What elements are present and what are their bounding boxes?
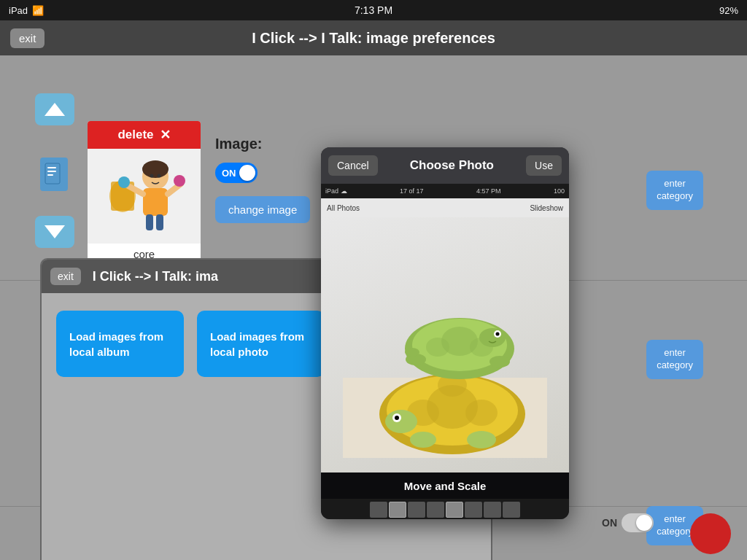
change-image-button[interactable]: change image (215, 196, 310, 223)
mini-toolbar-right[interactable]: Slideshow (530, 204, 563, 212)
svg-rect-14 (156, 214, 163, 230)
svg-point-39 (496, 332, 500, 336)
status-bar-left: iPad 📶 (9, 5, 44, 16)
wifi-icon: 📶 (32, 5, 44, 16)
svg-point-18 (118, 176, 130, 188)
mini-count: 17 of 17 (400, 187, 424, 195)
mini-toolbar-left[interactable]: All Photos (327, 204, 360, 212)
turtle-photo-display (321, 217, 569, 472)
file-icon (40, 158, 68, 191)
main-area: delete ✕ (0, 55, 747, 560)
image-section-label: Image: (215, 136, 310, 152)
main-toggle-label: ON (602, 517, 617, 529)
inner-exit-button[interactable]: exit (50, 268, 81, 285)
move-scale-bar: Move and Scale (321, 472, 569, 499)
exit-button[interactable]: exit (10, 28, 44, 48)
svg-point-30 (467, 431, 496, 448)
strip-thumb-5[interactable] (446, 502, 463, 518)
main-on-toggle: ON (602, 513, 654, 532)
image-card: delete ✕ (88, 121, 201, 265)
svg-point-29 (395, 416, 399, 420)
photo-modal-title: Choose Photo (410, 158, 494, 173)
title-bar: exit I Click --> I Talk: image preferenc… (0, 20, 747, 55)
svg-marker-0 (44, 103, 65, 116)
card-image (88, 149, 201, 244)
image-toggle[interactable]: ON (215, 163, 258, 183)
svg-point-25 (465, 400, 498, 426)
svg-point-35 (426, 338, 449, 357)
photo-cancel-button[interactable]: Cancel (328, 155, 378, 176)
strip-thumb-8[interactable] (503, 502, 520, 518)
load-local-photo-button[interactable]: Load images from local photo (197, 311, 325, 377)
svg-point-9 (142, 160, 169, 178)
image-toggle-row: ON (215, 163, 310, 183)
svg-rect-10 (143, 188, 168, 216)
red-circle-button[interactable] (690, 513, 731, 554)
move-scale-label: Move and Scale (404, 480, 487, 492)
strip-thumb-4[interactable] (427, 502, 444, 518)
load-local-photo-label: Load images from local photo (210, 330, 304, 358)
toggle-on-label: ON (222, 168, 236, 179)
svg-point-17 (174, 175, 185, 187)
svg-point-15 (150, 174, 153, 178)
svg-point-41 (489, 356, 510, 368)
strip-thumb-1[interactable] (370, 502, 387, 518)
svg-point-37 (479, 328, 506, 347)
main-toggle-switch[interactable] (622, 513, 654, 532)
image-settings-panel: Image: ON change image (215, 136, 310, 223)
delete-button[interactable]: delete ✕ (88, 121, 201, 149)
mini-device: iPad ☁ (325, 187, 347, 195)
svg-rect-3 (47, 167, 56, 168)
svg-marker-1 (44, 225, 65, 238)
nav-arrow-down[interactable] (35, 216, 74, 248)
status-bar: iPad 📶 7:13 PM 92% (0, 0, 747, 20)
page-title: I Click --> I Talk: image preferences (252, 30, 495, 47)
nav-arrow-up[interactable] (35, 93, 74, 125)
enter-category-button-2[interactable]: entercategory (646, 340, 703, 379)
svg-point-42 (405, 348, 419, 357)
load-local-album-label: Load images from local album (69, 330, 163, 358)
load-local-album-button[interactable]: Load images from local album (56, 311, 184, 377)
svg-point-16 (157, 174, 160, 178)
mini-battery: 100 (554, 187, 565, 195)
svg-rect-4 (47, 171, 56, 172)
mini-toolbar: All Photos Slideshow (321, 198, 569, 217)
battery-label: 92% (719, 5, 738, 16)
svg-rect-13 (146, 214, 153, 230)
delete-x-icon: ✕ (160, 127, 171, 143)
strip-thumb-7[interactable] (484, 502, 501, 518)
mini-time: 4:57 PM (476, 187, 501, 195)
main-toggle-knob (636, 515, 652, 531)
toggle-knob (239, 165, 255, 181)
svg-point-27 (385, 410, 417, 433)
time-label: 7:13 PM (355, 4, 392, 16)
svg-rect-5 (47, 174, 53, 176)
device-label: iPad (9, 5, 28, 16)
svg-rect-2 (45, 163, 60, 184)
strip-thumb-2[interactable] (389, 502, 406, 518)
photo-use-button[interactable]: Use (526, 155, 562, 176)
enter-category-button-1[interactable]: entercategory (646, 171, 703, 210)
svg-point-31 (410, 432, 436, 448)
photo-modal-header: Cancel Choose Photo Use (321, 147, 569, 184)
inner-modal-title: I Click --> I Talk: ima (93, 269, 218, 284)
choose-photo-modal: Cancel Choose Photo Use iPad ☁ 17 of 17 … (321, 147, 569, 519)
mini-status-bar: iPad ☁ 17 of 17 4:57 PM 100 (321, 184, 569, 198)
delete-label: delete (117, 128, 153, 142)
photo-strip (321, 499, 569, 519)
strip-thumb-3[interactable] (408, 502, 425, 518)
strip-thumb-6[interactable] (465, 502, 482, 518)
